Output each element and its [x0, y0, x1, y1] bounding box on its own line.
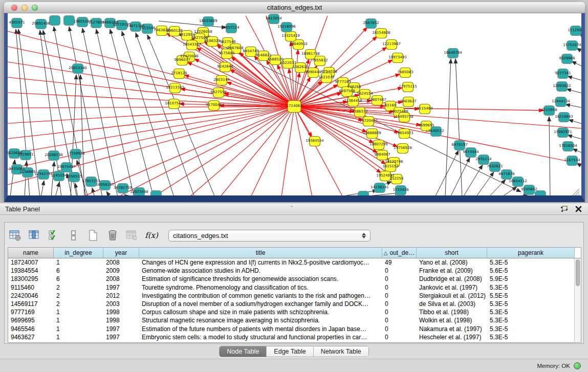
svg-text:7632621: 7632621 — [487, 164, 503, 168]
table-cell: 6 — [54, 267, 103, 274]
svg-text:9242848: 9242848 — [217, 64, 233, 69]
table-cell: 1 — [54, 325, 103, 333]
table-cell: 5.3E-5 — [487, 284, 575, 291]
table-row[interactable]: 946554611997Estimation of the future num… — [8, 325, 581, 333]
table-cell: 2012 — [103, 292, 139, 299]
show-column-icon[interactable] — [28, 229, 41, 242]
memory-status-label: Memory: OK — [537, 363, 570, 369]
svg-text:8427552: 8427552 — [210, 90, 226, 94]
table-cell: 18300295 — [8, 275, 54, 282]
network-canvas[interactable]: 1724061896012889129541222605898275031654… — [8, 13, 581, 195]
svg-text:8990448: 8990448 — [305, 70, 321, 74]
window-titlebar[interactable]: citations_edges.txt — [4, 2, 585, 13]
svg-text:12342757: 12342757 — [34, 172, 53, 176]
svg-text:16543382: 16543382 — [183, 42, 201, 47]
table-cell: de Silva et al. (2003) — [417, 300, 487, 308]
svg-text:16958107: 16958107 — [96, 183, 114, 187]
node-table: namein_degreeyeartitle△out_de…shortpager… — [8, 247, 581, 343]
column-header-year[interactable]: year — [103, 248, 139, 258]
svg-text:13325419: 13325419 — [281, 34, 300, 38]
table-selector-dropdown[interactable]: citations_edges.txt — [168, 230, 371, 242]
table-cell: 9699695 — [8, 317, 54, 324]
table-cell: 9463627 — [8, 334, 54, 341]
table-mode-icon[interactable] — [9, 229, 22, 242]
svg-text:1733426: 1733426 — [393, 188, 409, 192]
table-cell: 2009 — [103, 267, 139, 274]
new-column-icon[interactable] — [86, 229, 100, 242]
table-row[interactable]: 946362711997Embryonic stem cells: a mode… — [8, 333, 581, 341]
table-cell: 2003 — [103, 300, 139, 308]
svg-text:6479197: 6479197 — [451, 143, 467, 147]
table-row[interactable]: 969969511998Structural magnetic resonanc… — [8, 316, 581, 324]
table-cell: Jankovic et al. (1997) — [417, 284, 487, 291]
svg-text:16120746: 16120746 — [385, 160, 403, 164]
column-header-in_degree[interactable]: in_degree — [54, 248, 103, 258]
table-row[interactable]: 2242004622012Investigating the contribut… — [8, 292, 581, 300]
close-icon[interactable] — [574, 205, 583, 213]
column-header-name[interactable]: name — [8, 248, 54, 258]
table-cell: 1 — [54, 317, 103, 324]
table-cell: 2 — [54, 292, 103, 299]
svg-text:7485083: 7485083 — [397, 70, 413, 74]
table-row[interactable]: 1456911722003Disruption of a novel membe… — [8, 300, 581, 308]
panel-title: Table Panel — [5, 205, 40, 213]
citation-network-graph[interactable]: 1724061896012889129541222605898275031654… — [8, 13, 581, 195]
close-window-icon[interactable] — [11, 5, 17, 11]
tab-network-table[interactable]: Network Table — [314, 346, 368, 357]
svg-text:8322037: 8322037 — [280, 61, 296, 65]
select-columns-icon[interactable] — [48, 229, 61, 242]
float-window-icon[interactable] — [559, 205, 569, 213]
column-header-out_de[interactable]: △out_de… — [382, 248, 417, 258]
svg-text:2935114: 2935114 — [475, 157, 492, 161]
table-row[interactable]: 977716911998Corpus callosum shape and si… — [8, 308, 581, 316]
table-cell: 5.3E-5 — [487, 259, 575, 266]
table-cell: 0 — [382, 275, 417, 282]
column-header-title[interactable]: title — [139, 248, 382, 258]
minimize-window-icon[interactable] — [21, 5, 28, 11]
table-panel: Table Panel ⌁ f(x) citations_edges.txt n… — [0, 203, 588, 372]
table-cell: Tourette syndrome. Phenomenology and cla… — [139, 284, 382, 291]
table-cell: Nakamura et al. (1997) — [417, 325, 487, 333]
svg-text:10607467: 10607467 — [368, 98, 386, 102]
svg-text:15720407: 15720407 — [359, 119, 378, 123]
table-cell: 2008 — [103, 275, 139, 282]
status-bar: Memory: OK — [0, 359, 588, 372]
tab-node-table[interactable]: Node Table — [220, 346, 267, 357]
vertical-scrollbar[interactable] — [574, 258, 581, 342]
import-table-disabled-icon[interactable] — [125, 229, 139, 242]
table-cell: 0 — [382, 309, 417, 316]
row-height-icon[interactable] — [67, 229, 80, 242]
svg-text:2687652: 2687652 — [363, 21, 379, 25]
svg-text:1615152: 1615152 — [382, 164, 398, 168]
svg-text:1519851: 1519851 — [17, 152, 33, 157]
column-header-pagerank[interactable]: pagerank — [487, 248, 575, 258]
svg-text:9984067: 9984067 — [374, 152, 390, 157]
svg-text:9175685: 9175685 — [219, 51, 234, 55]
svg-text:19756928: 19756928 — [394, 146, 412, 150]
svg-text:1156869: 1156869 — [19, 170, 35, 174]
table-cell: 5.3E-5 — [487, 334, 575, 341]
svg-text:746266: 746266 — [347, 85, 361, 89]
table-cell: 6 — [54, 275, 103, 282]
table-panel-body: f(x) citations_edges.txt namein_degreeye… — [4, 222, 584, 344]
zoom-window-icon[interactable] — [32, 5, 38, 11]
table-row[interactable]: 1872400712008Changes of HCN gene express… — [8, 258, 581, 267]
table-cell: 1997 — [103, 325, 139, 333]
panel-resize-grip-icon[interactable]: ⌁ — [290, 204, 293, 209]
tab-edge-table[interactable]: Edge Table — [267, 346, 313, 357]
svg-text:21364456: 21364456 — [344, 99, 362, 103]
table-row[interactable]: 1830029562008Estimation of significance … — [8, 275, 581, 283]
scrollbar-thumb[interactable] — [576, 259, 580, 286]
table-row[interactable]: 911546021997Tourette syndrome. Phenomeno… — [8, 283, 581, 292]
svg-text:14136141: 14136141 — [371, 185, 389, 189]
table-row[interactable]: 1938455462009Genome-wide association stu… — [8, 267, 581, 275]
table-cell: 2 — [54, 284, 103, 291]
table-cell: 0 — [382, 334, 417, 341]
delete-column-icon[interactable] — [106, 229, 119, 242]
table-cell: 19384554 — [8, 267, 54, 274]
column-header-short[interactable]: short — [417, 248, 487, 258]
table-cell: 0 — [382, 267, 417, 274]
table-cell: 14569117 — [8, 300, 54, 308]
function-builder-icon[interactable]: f(x) — [145, 229, 158, 242]
sort-ascending-icon: △ — [384, 250, 388, 256]
